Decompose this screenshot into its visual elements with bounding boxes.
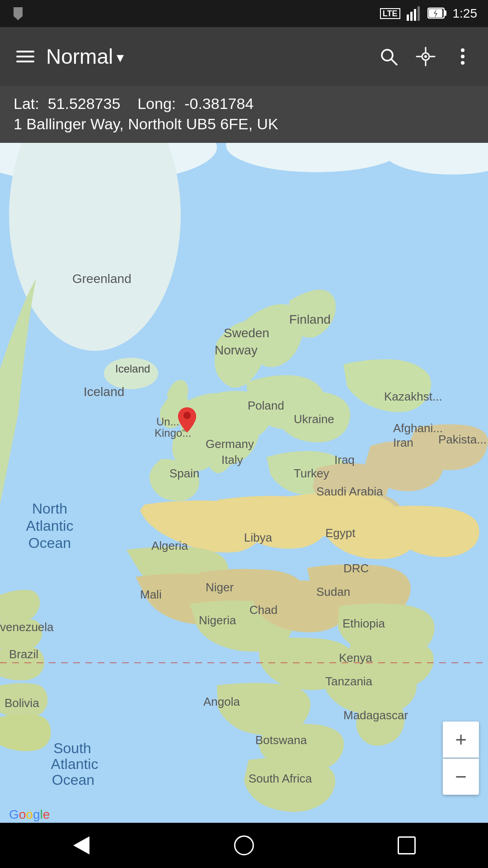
- coordinates-display: Lat: 51.528735 Long: -0.381784: [14, 95, 474, 113]
- svg-text:Afghani...: Afghani...: [393, 421, 443, 435]
- navigation-bar: [0, 823, 488, 868]
- map-background: Greenland Iceland: [0, 143, 488, 831]
- svg-text:Sudan: Sudan: [316, 585, 350, 599]
- svg-rect-0: [14, 7, 23, 16]
- signal-icon: [406, 5, 422, 22]
- svg-text:Ukraine: Ukraine: [294, 412, 334, 426]
- svg-text:Saudi Arabia: Saudi Arabia: [316, 485, 383, 498]
- menu-button[interactable]: [9, 40, 42, 73]
- notification-flag-icon: [11, 5, 27, 22]
- svg-text:Atlantic: Atlantic: [26, 518, 74, 534]
- svg-text:Atlantic: Atlantic: [51, 756, 99, 772]
- address-display: 1 Ballinger Way, Northolt UB5 6FE, UK: [14, 115, 474, 133]
- long-value: -0.381784: [184, 95, 253, 112]
- svg-point-75: [183, 412, 191, 419]
- svg-text:Egypt: Egypt: [325, 526, 356, 540]
- recent-apps-icon: [398, 836, 416, 854]
- status-bar: LTE 1:25: [0, 0, 488, 27]
- svg-text:Iran: Iran: [393, 436, 413, 449]
- lat-label: Lat:: [14, 95, 39, 112]
- svg-rect-6: [418, 6, 420, 21]
- lat-value: 51.528735: [48, 95, 121, 112]
- lte-indicator: LTE: [380, 8, 400, 19]
- home-icon: [234, 835, 254, 855]
- map-view[interactable]: Greenland Iceland: [0, 143, 488, 831]
- svg-text:Niger: Niger: [206, 580, 234, 594]
- long-label: Long:: [137, 95, 176, 112]
- google-logo: Google: [9, 807, 50, 822]
- search-icon: [379, 47, 399, 66]
- status-right: LTE 1:25: [380, 5, 477, 22]
- zoom-out-button[interactable]: −: [443, 759, 479, 795]
- svg-text:Botswana: Botswana: [255, 733, 307, 747]
- svg-line-12: [391, 59, 397, 65]
- svg-text:Un...: Un...: [156, 415, 179, 428]
- status-time: 1:25: [453, 6, 478, 21]
- svg-text:Ethiopia: Ethiopia: [343, 617, 385, 630]
- svg-point-21: [461, 61, 465, 65]
- svg-point-14: [424, 55, 427, 58]
- svg-rect-4: [410, 12, 413, 21]
- toolbar: Normal ▾: [0, 27, 488, 86]
- map-type-dropdown[interactable]: Normal ▾: [46, 44, 368, 69]
- hamburger-icon: [16, 51, 34, 62]
- svg-text:Italy: Italy: [221, 453, 243, 467]
- svg-text:Iraq: Iraq: [334, 453, 355, 467]
- svg-text:South: South: [53, 740, 91, 756]
- svg-text:Chad: Chad: [249, 603, 277, 617]
- svg-point-19: [461, 48, 465, 52]
- svg-text:Germany: Germany: [206, 437, 254, 451]
- chevron-down-icon: ▾: [117, 49, 124, 66]
- my-location-button[interactable]: [409, 40, 442, 73]
- status-left: [11, 5, 27, 22]
- svg-text:Iceland: Iceland: [84, 385, 124, 399]
- svg-text:Mali: Mali: [140, 588, 162, 601]
- svg-text:Sweden: Sweden: [224, 326, 269, 340]
- svg-text:Pakista...: Pakista...: [438, 433, 487, 446]
- battery-icon: [427, 5, 447, 22]
- svg-text:South Africa: South Africa: [249, 772, 312, 785]
- svg-text:Kazakhst...: Kazakhst...: [384, 390, 442, 403]
- svg-text:Angola: Angola: [203, 695, 240, 708]
- more-options-button[interactable]: [446, 40, 479, 73]
- svg-text:Iceland: Iceland: [115, 363, 150, 375]
- svg-text:Finland: Finland: [289, 312, 331, 326]
- search-button[interactable]: [372, 40, 405, 73]
- home-button[interactable]: [226, 827, 262, 863]
- location-info-bar: Lat: 51.528735 Long: -0.381784 1 Balling…: [0, 86, 488, 143]
- svg-text:Libya: Libya: [244, 531, 272, 544]
- svg-text:Bolivia: Bolivia: [5, 696, 39, 710]
- more-vertical-icon: [453, 47, 473, 66]
- svg-rect-3: [407, 14, 409, 21]
- zoom-out-icon: −: [455, 767, 467, 787]
- svg-text:Ocean: Ocean: [52, 772, 94, 788]
- svg-text:Ocean: Ocean: [28, 535, 71, 551]
- map-zoom-controls: + −: [443, 722, 479, 795]
- svg-point-20: [461, 55, 465, 58]
- svg-rect-8: [444, 10, 446, 16]
- svg-text:Kenya: Kenya: [339, 651, 372, 665]
- location-pin: [176, 406, 194, 432]
- svg-text:venezuela: venezuela: [0, 620, 54, 634]
- svg-text:Nigeria: Nigeria: [199, 613, 236, 627]
- recent-apps-button[interactable]: [389, 827, 425, 863]
- svg-text:Tanzania: Tanzania: [325, 675, 373, 688]
- svg-text:North: North: [32, 500, 67, 517]
- svg-text:Poland: Poland: [248, 399, 284, 412]
- map-type-label: Normal: [46, 44, 113, 69]
- svg-text:Turkey: Turkey: [294, 467, 329, 480]
- svg-text:Spain: Spain: [169, 467, 200, 480]
- svg-text:Norway: Norway: [215, 343, 258, 357]
- svg-text:Brazil: Brazil: [9, 647, 38, 661]
- svg-text:Algeria: Algeria: [151, 539, 188, 552]
- svg-text:Madagascar: Madagascar: [343, 708, 408, 722]
- zoom-in-icon: +: [455, 730, 467, 750]
- back-icon: [73, 836, 89, 854]
- svg-rect-5: [414, 9, 416, 21]
- svg-text:DRC: DRC: [343, 561, 369, 575]
- back-button[interactable]: [63, 827, 99, 863]
- svg-rect-2: [17, 16, 19, 20]
- zoom-in-button[interactable]: +: [443, 722, 479, 758]
- svg-text:Greenland: Greenland: [72, 272, 131, 286]
- my-location-icon: [416, 47, 436, 66]
